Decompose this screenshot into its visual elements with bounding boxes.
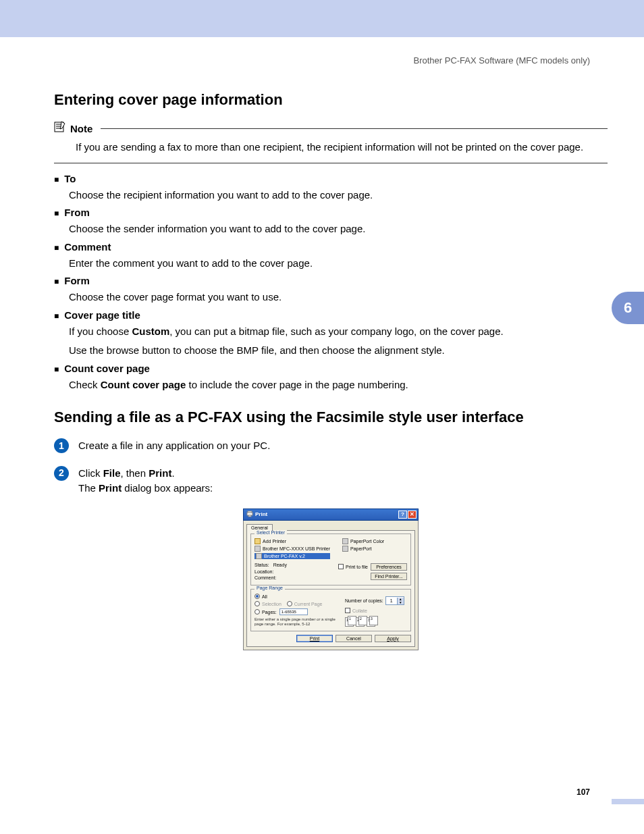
svg-rect-2 <box>248 511 252 513</box>
printer-icon <box>256 553 262 559</box>
step-1-text: Create a file in any application on your… <box>78 438 270 454</box>
printer-list[interactable]: Add Printer Brother MFC-XXXX USB Printer… <box>254 538 407 559</box>
printer-pcfax-selected[interactable]: Brother PC-FAX v.2 <box>254 553 330 559</box>
bullet-icon: ■ <box>54 277 59 287</box>
item-coverpagetitle-desc: If you choose Custom, you can put a bitm… <box>69 324 608 340</box>
printer-paperport-color[interactable]: PaperPort Color <box>342 538 384 544</box>
page: 6 Brother PC-FAX Software (MFC models on… <box>0 0 644 834</box>
radio-selection: Selection <box>254 601 281 606</box>
item-countcover-desc: Check Count cover page to include the co… <box>69 377 608 393</box>
dialog-titlebar[interactable]: Print ? ✕ <box>243 509 419 521</box>
printer-status-block: Status: Ready Location: Comment: <box>254 562 287 581</box>
bullet-icon: ■ <box>54 175 59 185</box>
step-badge-2: 2 <box>54 466 69 481</box>
bullet-icon: ■ <box>54 311 59 321</box>
group-page-range: Page Range All Selection Current Page Pa… <box>250 589 411 631</box>
find-printer-button[interactable]: Find Printer... <box>371 573 407 580</box>
step-2-text: Click File, then Print. The Print dialog… <box>78 466 213 496</box>
item-comment-title: Comment <box>64 241 111 253</box>
steps-list: 1 Create a file in any application on yo… <box>54 438 608 496</box>
pages-input[interactable]: 1-65535 <box>279 608 308 615</box>
cancel-button[interactable]: Cancel <box>336 635 372 642</box>
item-coverpagetitle-desc2: Use the browse button to choose the BMP … <box>69 343 608 359</box>
content-area: Entering cover page information Note If … <box>54 91 608 650</box>
group-select-printer: Select Printer Add Printer Brother MFC-X… <box>250 533 411 585</box>
group-page-range-title: Page Range <box>254 585 285 590</box>
step-badge-1: 1 <box>54 438 69 453</box>
dialog-footer: Print Cancel Apply <box>250 635 411 642</box>
printer-mfc[interactable]: Brother MFC-XXXX USB Printer <box>254 546 330 552</box>
section2-title: Sending a file as a PC-FAX using the Fac… <box>54 409 608 426</box>
radio-all[interactable]: All <box>254 594 342 599</box>
item-countcover-title: Count cover page <box>64 363 150 374</box>
cover-page-items: ■To Choose the recipient information you… <box>54 173 608 393</box>
printer-icon <box>342 546 348 552</box>
folder-icon <box>254 538 261 544</box>
note-text: If you are sending a fax to more than on… <box>76 140 608 155</box>
item-to-desc: Choose the recipient information you wan… <box>69 188 608 203</box>
svg-rect-3 <box>248 515 251 517</box>
print-button[interactable]: Print <box>296 635 333 642</box>
note-icon <box>54 121 66 136</box>
running-header: Brother PC-FAX Software (MFC models only… <box>413 55 590 66</box>
bullet-icon: ■ <box>54 365 59 375</box>
note-label: Note <box>70 123 92 134</box>
printer-paperport[interactable]: PaperPort <box>342 546 384 552</box>
item-comment-desc: Enter the comment you want to add to the… <box>69 256 608 271</box>
printer-icon <box>254 546 261 552</box>
bullet-icon: ■ <box>54 209 59 219</box>
printer-icon <box>246 511 253 518</box>
item-form-title: Form <box>64 275 90 286</box>
preferences-button[interactable]: Preferences <box>371 563 407 571</box>
note-block: Note If you are sending a fax to more th… <box>54 121 608 163</box>
tab-panel: Select Printer Add Printer Brother MFC-X… <box>246 530 415 647</box>
svg-rect-1 <box>247 513 252 515</box>
tab-general[interactable]: General <box>246 524 273 531</box>
bottom-accent <box>612 799 644 804</box>
radio-pages[interactable]: Pages: <box>254 609 277 615</box>
step-2: 2 Click File, then Print. The Print dial… <box>54 466 608 496</box>
dialog-title: Print <box>255 511 398 517</box>
printer-add[interactable]: Add Printer <box>254 538 330 544</box>
radio-current-page: Current Page <box>287 601 323 606</box>
group-select-printer-title: Select Printer <box>254 530 287 535</box>
section1-title: Entering cover page information <box>54 91 608 109</box>
top-accent-bar <box>0 0 644 37</box>
collate-icon: 1 1 2 2 3 3 <box>345 615 376 627</box>
pages-hint: Enter either a single page number or a s… <box>254 617 342 627</box>
print-to-file-checkbox[interactable]: Print to file <box>338 564 368 569</box>
copies-spinner[interactable]: 1 ▲▼ <box>385 596 404 605</box>
item-coverpagetitle-title: Cover page title <box>64 309 140 321</box>
apply-button[interactable]: Apply <box>375 635 411 642</box>
item-from-title: From <box>64 207 90 218</box>
item-to-title: To <box>64 173 76 184</box>
copies-label: Number of copies: <box>345 598 383 603</box>
print-dialog: Print ? ✕ General Select Printer Add Pri… <box>243 509 419 650</box>
item-form-desc: Choose the cover page format you want to… <box>69 290 608 305</box>
page-number: 107 <box>576 787 590 797</box>
bullet-icon: ■ <box>54 243 59 253</box>
collate-checkbox: Collate <box>345 608 407 613</box>
help-button[interactable]: ? <box>398 511 407 519</box>
note-bottom-rule <box>54 163 608 163</box>
dialog-body: General Select Printer Add Printer Broth… <box>243 521 419 650</box>
note-rule <box>101 128 608 129</box>
step-1: 1 Create a file in any application on yo… <box>54 438 608 454</box>
printer-icon <box>342 538 348 544</box>
close-button[interactable]: ✕ <box>408 511 417 519</box>
chapter-tab: 6 <box>612 292 644 324</box>
item-from-desc: Choose the sender information you want t… <box>69 221 608 237</box>
